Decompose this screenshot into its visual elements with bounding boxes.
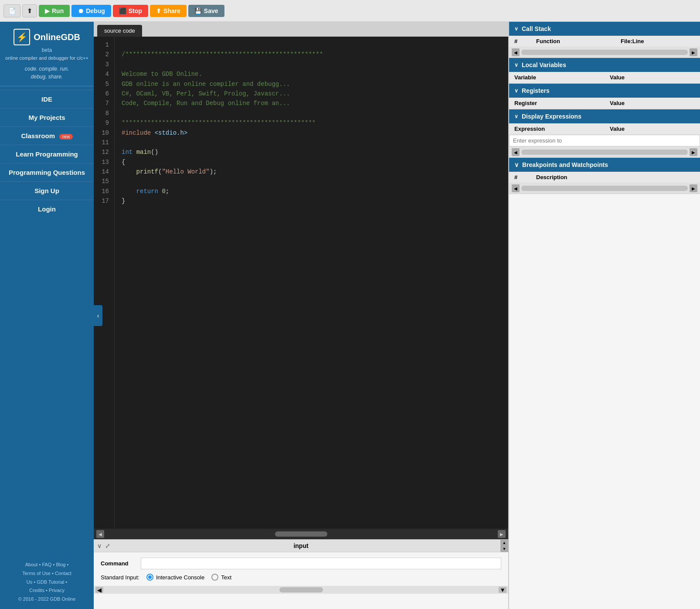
code-scroll-right[interactable]: ▶: [498, 530, 506, 538]
bp-scroll-left[interactable]: ◀: [512, 184, 520, 192]
bp-scroll-thumb[interactable]: [521, 186, 688, 191]
classroom-badge: new: [59, 134, 72, 139]
line-numbers: 12345 678910 1112131415 1617: [94, 37, 115, 529]
footer-link-faq[interactable]: FAQ: [42, 562, 51, 567]
breakpoints-section: ∨ Breakpoints and Watchpoints # Descript…: [509, 158, 700, 194]
code-content[interactable]: /***************************************…: [115, 37, 508, 529]
input-hscroll: ◀ ▼: [94, 586, 508, 594]
stop-icon: ⬛: [119, 7, 126, 14]
brand-name: OnlineGDB: [34, 32, 80, 42]
bp-scroll-right[interactable]: ▶: [690, 184, 697, 192]
sidebar-item-programming-questions[interactable]: Programming Questions: [0, 163, 94, 181]
display-expr-scroll-left[interactable]: ◀: [512, 148, 520, 156]
sidebar-item-sign-up[interactable]: Sign Up: [0, 181, 94, 200]
registers-chevron: ∨: [514, 88, 518, 94]
expression-input[interactable]: [509, 135, 700, 146]
sidebar-item-classroom[interactable]: Classroom new: [0, 126, 94, 145]
input-vscroll-up[interactable]: ▲: [500, 540, 508, 546]
breakpoints-title: Breakpoints and Watchpoints: [522, 161, 608, 168]
code-scroll-thumb[interactable]: [275, 531, 327, 537]
sidebar-collapse-button[interactable]: ‹: [94, 305, 102, 326]
footer-link-credits[interactable]: Credits: [29, 588, 44, 593]
sidebar-item-learn-programming[interactable]: Learn Programming: [0, 145, 94, 163]
save-icon: 💾: [194, 7, 202, 14]
radio-interactive-label: Interactive Console: [156, 574, 204, 581]
bp-col-num: #: [509, 172, 531, 183]
local-variables-chevron: ∨: [514, 62, 518, 68]
radio-interactive[interactable]: Interactive Console: [146, 574, 204, 581]
sidebar-brand: ⚡ OnlineGDB beta online compiler and deb…: [0, 22, 94, 86]
debug-button[interactable]: ⏺ Debug: [71, 5, 111, 17]
input-scroll-thumb[interactable]: [279, 587, 323, 592]
breakpoints-columns: # Description: [509, 172, 700, 183]
logo-icon: ⚡: [14, 29, 30, 45]
tab-source-code[interactable]: source code: [97, 25, 142, 37]
right-panel: ∨ Call Stack # Function File:Line ◀ ▶ ∨ …: [508, 22, 700, 609]
footer-link-contact[interactable]: Contact: [55, 571, 71, 576]
registers-header: ∨ Registers: [509, 84, 700, 98]
sidebar-description: online compiler and debugger for c/c++: [5, 55, 88, 61]
command-input[interactable]: [141, 558, 501, 569]
code-scroll-left[interactable]: ◀: [96, 530, 104, 538]
display-expr-scroll: ◀ ▶: [509, 147, 700, 157]
input-panel-body: Command Standard Input: Interactive Cons…: [94, 552, 508, 586]
panel-expand-icon[interactable]: ⤢: [105, 542, 110, 549]
call-stack-col-function: Function: [531, 36, 615, 47]
sidebar-item-login[interactable]: Login: [0, 200, 94, 218]
local-variables-title: Local Variables: [522, 61, 566, 68]
radio-text[interactable]: Text: [211, 574, 231, 581]
local-variables-section: ∨ Local Variables Variable Value: [509, 58, 700, 84]
call-stack-header: ∨ Call Stack: [509, 22, 700, 36]
display-expr-scroll-thumb[interactable]: [521, 150, 688, 155]
new-file-button[interactable]: 📄: [3, 4, 20, 17]
sidebar-beta: beta: [5, 47, 88, 53]
main-layout: ⚡ OnlineGDB beta online compiler and deb…: [0, 22, 700, 609]
call-stack-col-file: File:Line: [615, 36, 700, 47]
footer-link-gdb-tutorial[interactable]: GDB Tutorial: [37, 579, 64, 585]
code-editor[interactable]: 12345 678910 1112131415 1617 /**********…: [94, 37, 508, 529]
radio-interactive-circle[interactable]: [146, 574, 153, 581]
footer-link-blog[interactable]: Blog: [56, 562, 65, 567]
expression-input-row: [509, 135, 700, 147]
sidebar-item-ide[interactable]: IDE: [0, 90, 94, 108]
input-vscroll-down[interactable]: ▼: [500, 546, 508, 552]
footer-link-terms[interactable]: Terms of Use: [22, 571, 51, 576]
command-row: Command: [101, 558, 501, 569]
display-expressions-chevron: ∨: [514, 113, 518, 119]
call-stack-chevron: ∨: [514, 26, 518, 32]
sidebar-footer: About • FAQ • Blog • Terms of Use • Cont…: [0, 555, 94, 609]
stop-button[interactable]: ⬛ Stop: [113, 5, 148, 17]
display-expressions-header: ∨ Display Expressions: [509, 109, 700, 123]
registers-col-value: Value: [605, 98, 700, 109]
sidebar-tagline: code. compile. run.debug. share.: [5, 65, 88, 81]
call-stack-scroll: ◀ ▶: [509, 47, 700, 58]
display-expressions-section: ∨ Display Expressions Expression Value ◀…: [509, 109, 700, 158]
call-stack-scroll-left[interactable]: ◀: [512, 48, 520, 56]
local-var-col-variable: Variable: [509, 72, 605, 83]
display-expressions-columns: Expression Value: [509, 123, 700, 135]
footer-link-us[interactable]: Us: [27, 579, 32, 585]
upload-button[interactable]: ⬆: [22, 4, 37, 17]
share-button[interactable]: ⬆ Share: [150, 5, 187, 17]
call-stack-scroll-right[interactable]: ▶: [690, 48, 697, 56]
display-expr-scroll-right[interactable]: ▶: [690, 148, 697, 156]
footer-link-about[interactable]: About: [25, 562, 38, 567]
display-expr-col-value: Value: [605, 123, 700, 134]
radio-text-circle[interactable]: [211, 574, 218, 581]
local-variables-header: ∨ Local Variables: [509, 58, 700, 72]
footer-link-privacy[interactable]: Privacy: [49, 588, 65, 593]
sidebar-item-my-projects[interactable]: My Projects: [0, 108, 94, 126]
run-button[interactable]: ▶ Run: [39, 5, 70, 17]
input-panel-title: input: [293, 542, 308, 549]
input-scroll-right[interactable]: ▼: [499, 587, 506, 593]
local-var-col-value: Value: [605, 72, 700, 83]
input-scroll-left[interactable]: ◀: [95, 587, 103, 593]
display-expr-col-expression: Expression: [509, 123, 605, 134]
sidebar: ⚡ OnlineGDB beta online compiler and deb…: [0, 22, 94, 609]
stdin-label: Standard Input:: [101, 574, 139, 581]
panel-collapse-icon[interactable]: ∨: [97, 542, 102, 549]
call-stack-title: Call Stack: [522, 25, 551, 32]
input-panel: ∨ ⤢ input ▲ ▼ Command: [94, 539, 508, 609]
save-button[interactable]: 💾 Save: [188, 5, 224, 17]
call-stack-scroll-thumb[interactable]: [521, 50, 688, 55]
